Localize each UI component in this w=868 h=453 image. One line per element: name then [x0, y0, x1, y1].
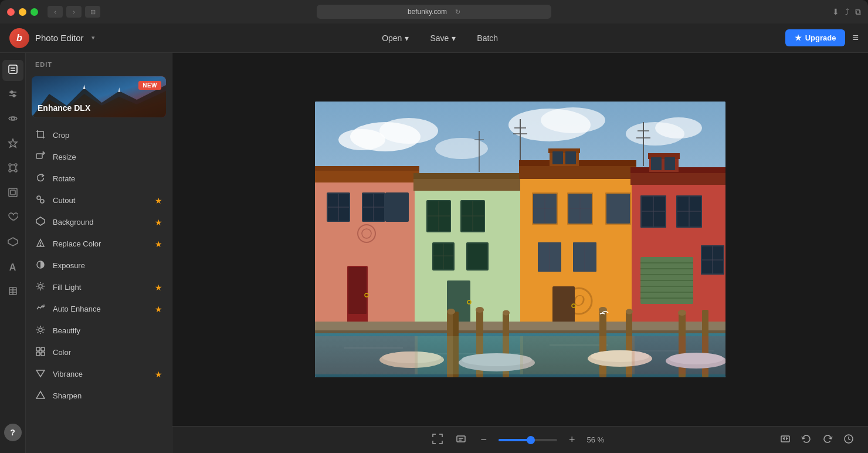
svg-line-48: [43, 289, 44, 290]
svg-marker-19: [8, 238, 18, 246]
app-title-chevron: ▾: [91, 34, 95, 42]
fill-light-premium-icon: ★: [155, 283, 162, 292]
cutout-label: Cutout: [53, 196, 75, 205]
sidebar-item-shape[interactable]: [2, 232, 23, 253]
help-button[interactable]: ?: [4, 424, 22, 441]
svg-rect-18: [11, 190, 15, 195]
tool-item-beautify[interactable]: Beautify: [26, 320, 172, 342]
sidebar-item-star[interactable]: [2, 134, 23, 155]
svg-line-61: [38, 332, 38, 333]
save-button[interactable]: Save ▾: [422, 30, 464, 46]
bottom-right-buttons: [778, 431, 856, 449]
sidebar-item-frame[interactable]: [2, 183, 23, 204]
maximize-button[interactable]: [30, 8, 38, 16]
sidebar-item-eye[interactable]: [2, 109, 23, 130]
history-button[interactable]: [841, 431, 856, 449]
share-icon[interactable]: ⤴: [845, 7, 849, 17]
tool-item-background-left: Background: [35, 217, 93, 228]
background-label: Background: [53, 218, 93, 226]
tool-item-auto-enhance[interactable]: Auto Enhance ★: [26, 298, 172, 320]
resize-label: Resize: [53, 153, 76, 161]
tool-item-rotate[interactable]: Rotate: [26, 168, 172, 190]
tool-item-replace-color-left: Replace Color: [35, 238, 101, 249]
tool-item-vibrance[interactable]: Vibrance ★: [26, 363, 172, 385]
rotate-label: Rotate: [53, 174, 75, 183]
svg-rect-202: [315, 336, 418, 374]
minimize-button[interactable]: [19, 8, 26, 16]
sliders-icon: [8, 89, 18, 102]
svg-point-70: [379, 118, 438, 144]
top-bar-center: Open ▾ Save ▾ Batch: [374, 30, 506, 46]
zoom-fit-button[interactable]: [453, 431, 469, 449]
sidebar-item-adjust[interactable]: [2, 60, 23, 81]
sidebar-item-text[interactable]: A: [2, 257, 23, 278]
tool-item-sharpen-left: Sharpen: [35, 390, 82, 401]
close-button[interactable]: [7, 8, 15, 16]
svg-point-190: [626, 309, 633, 315]
window-icon[interactable]: ⧉: [855, 7, 861, 17]
enhance-new-badge: NEW: [138, 81, 161, 90]
logo: b: [9, 28, 29, 48]
tool-item-crop-left: Crop: [35, 130, 69, 141]
batch-button[interactable]: Batch: [469, 30, 506, 46]
zoom-out-button[interactable]: −: [477, 431, 490, 448]
menu-button[interactable]: ≡: [852, 32, 859, 44]
top-bar-right: ★ Upgrade ≡: [785, 29, 859, 46]
tool-item-fill-light[interactable]: Fill Light ★: [26, 276, 172, 298]
window-right-buttons: ⬇ ⤴ ⧉: [832, 7, 861, 17]
tool-item-color[interactable]: Color: [26, 342, 172, 363]
address-bar[interactable]: befunky.com ↻: [317, 5, 551, 19]
tool-item-cutout-left: Cutout: [35, 195, 75, 206]
svg-rect-98: [348, 267, 367, 314]
open-button[interactable]: Open ▾: [374, 30, 417, 46]
grid-button[interactable]: ⊞: [85, 6, 100, 18]
aspect-ratio-button[interactable]: [778, 431, 793, 449]
tool-item-sharpen[interactable]: Sharpen: [26, 385, 172, 407]
svg-rect-174: [315, 330, 725, 333]
svg-line-36: [40, 199, 41, 200]
svg-marker-8: [9, 139, 17, 147]
enhance-dlx-card[interactable]: Enhance DLX NEW: [32, 76, 166, 117]
nodes-icon: [8, 163, 18, 175]
svg-rect-126: [552, 151, 563, 164]
sidebar-item-heart[interactable]: [2, 208, 23, 229]
save-label: Save: [430, 33, 449, 43]
app-title: Photo Editor: [35, 33, 84, 43]
replace-color-premium-icon: ★: [155, 239, 162, 249]
tool-item-replace-color[interactable]: Replace Color ★: [26, 233, 172, 255]
download-icon[interactable]: ⬇: [832, 7, 839, 17]
svg-point-40: [40, 245, 41, 246]
help-icon: ?: [10, 428, 15, 437]
upgrade-label: Upgrade: [805, 33, 836, 42]
vibrance-label: Vibrance: [53, 370, 83, 378]
tool-item-exposure[interactable]: Exposure: [26, 255, 172, 276]
svg-point-11: [9, 170, 11, 172]
reload-icon[interactable]: ↻: [455, 8, 460, 16]
sidebar-item-nodes[interactable]: [2, 158, 23, 180]
redo-button[interactable]: [820, 431, 835, 449]
back-button[interactable]: ‹: [48, 6, 63, 18]
tool-item-crop[interactable]: Crop: [26, 124, 172, 146]
svg-line-49: [43, 283, 44, 285]
upgrade-button[interactable]: ★ Upgrade: [785, 29, 846, 46]
zoom-in-button[interactable]: +: [565, 431, 579, 448]
save-chevron: ▾: [452, 33, 456, 43]
canvas-area: O: [172, 53, 868, 453]
zoom-slider[interactable]: [499, 439, 557, 441]
tool-item-background[interactable]: Background ★: [26, 211, 172, 233]
tool-item-resize[interactable]: Resize: [26, 146, 172, 168]
svg-rect-96: [385, 192, 409, 222]
frame-icon: [8, 187, 18, 200]
forward-button[interactable]: ›: [66, 6, 82, 18]
zoom-label: 56 %: [587, 435, 611, 444]
svg-rect-32: [36, 154, 42, 158]
tool-item-cutout[interactable]: Cutout ★: [26, 190, 172, 211]
sidebar-item-texture[interactable]: [2, 282, 23, 303]
bottom-bar: − + 56 %: [172, 426, 868, 453]
sidebar-item-sliders[interactable]: [2, 84, 23, 106]
undo-button[interactable]: [799, 431, 814, 449]
exposure-label: Exposure: [53, 261, 85, 270]
svg-point-182: [447, 309, 455, 315]
zoom-slider-fill: [499, 439, 531, 441]
fit-screen-button[interactable]: [430, 431, 445, 449]
